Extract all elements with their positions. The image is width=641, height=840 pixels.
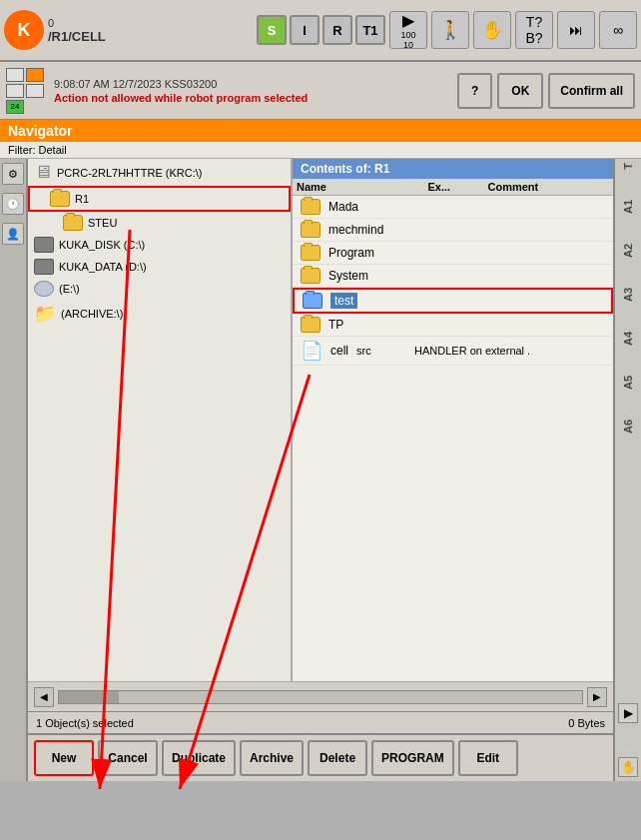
mode-t1-button[interactable]: T1: [355, 15, 385, 45]
contents-item-test[interactable]: test: [293, 288, 613, 314]
contents-label-mada: Mada: [328, 200, 358, 214]
right-sidebar-a5[interactable]: A5: [622, 376, 634, 390]
contents-label-cell: cell: [330, 344, 348, 358]
tree-label-e: (E:\): [59, 283, 80, 295]
folder-icon-steu: [63, 215, 83, 231]
contents-item-program[interactable]: Program: [293, 242, 613, 265]
mode-s-button[interactable]: S: [257, 15, 287, 45]
archive-button[interactable]: Archive: [240, 740, 304, 776]
right-sidebar-a3[interactable]: A3: [622, 288, 634, 302]
contents-item-mada[interactable]: Mada: [293, 196, 613, 219]
skip-icon-button[interactable]: ⏭: [557, 11, 595, 49]
status-text-block: 9:08:07 AM 12/7/2023 KSS03200 Action not…: [54, 78, 451, 104]
indicator-3: [6, 84, 24, 98]
indicator-2: [26, 68, 44, 82]
toolbar-path-block: 0 /R1/CELL: [48, 17, 253, 44]
tree-label-steu: STEU: [88, 217, 117, 229]
indicator-4: [26, 84, 44, 98]
right-sidebar-a2[interactable]: A2: [622, 244, 634, 258]
infinity-icon-button[interactable]: ∞: [599, 11, 637, 49]
tree-item-kuka-disk[interactable]: KUKA_DISK (C:\): [28, 234, 291, 256]
selected-count: 1 Object(s) selected: [36, 717, 134, 729]
status-bar: 24 9:08:07 AM 12/7/2023 KSS03200 Action …: [0, 62, 641, 120]
contents-item-cell[interactable]: 📄 cell src HANDLER on external .: [293, 337, 613, 366]
hand-icon-button[interactable]: ✋: [473, 11, 511, 49]
right-sidebar-a4[interactable]: A4: [622, 332, 634, 346]
col-ext-header: Ex...: [428, 181, 478, 193]
toolbar-zero: 0: [48, 17, 253, 29]
contents-header: Contents of: R1: [293, 159, 613, 179]
scroll-track[interactable]: [58, 690, 583, 704]
contents-label-test: test: [330, 293, 357, 309]
tree-label-archive: (ARCHIVE:\): [61, 308, 123, 320]
edit-button[interactable]: Edit: [458, 740, 518, 776]
duplicate-button[interactable]: Duplicate: [162, 740, 236, 776]
confirm-all-button[interactable]: Confirm all: [548, 73, 635, 109]
contents-ext-cell: src: [356, 345, 406, 357]
status-warning: Action not allowed while robot program s…: [54, 92, 451, 104]
mode-i-button[interactable]: I: [290, 15, 320, 45]
toolbar-icons: ▶ 100 10 🚶 ✋ T?B? ⏭ ∞: [389, 11, 637, 49]
new-button[interactable]: New: [34, 740, 94, 776]
tree-label-kuka-data: KUKA_DATA (D:\): [59, 261, 147, 273]
play-icon-button[interactable]: ▶ 100 10: [389, 11, 427, 49]
clock-icon-button[interactable]: 🕐: [2, 193, 24, 215]
question-button[interactable]: ?: [457, 73, 492, 109]
program-button[interactable]: PROGRAM: [371, 740, 454, 776]
cd-icon-e: [34, 281, 54, 297]
tree-item-kuka-data[interactable]: KUKA_DATA (D:\): [28, 256, 291, 278]
contents-comment-cell: HANDLER on external .: [414, 345, 530, 357]
contents-columns: Name Ex... Comment: [293, 179, 613, 196]
indicator-1: [6, 68, 24, 82]
top-toolbar: K 0 /R1/CELL S I R T1 ▶ 100 10 🚶 ✋: [0, 0, 641, 62]
tree-item-pcrc[interactable]: 🖥 PCRC-2RL7HHTTRE (KRC:\): [28, 159, 291, 186]
right-sidebar-a1[interactable]: A1: [622, 200, 634, 214]
scroll-left-arrow[interactable]: ◀: [34, 687, 54, 707]
bottom-status: 1 Object(s) selected 0 Bytes: [28, 711, 613, 733]
status-buttons: ? OK Confirm all: [457, 73, 635, 109]
file-tree: 🖥 PCRC-2RL7HHTTRE (KRC:\) R1 STEU: [28, 159, 293, 681]
right-bottom-icon[interactable]: ✋: [618, 757, 638, 777]
user-icon-button[interactable]: 👤: [2, 223, 24, 245]
contents-label-tp: TP: [328, 318, 343, 332]
scroll-right-arrow[interactable]: ▶: [587, 687, 607, 707]
contents-item-tp[interactable]: TP: [293, 314, 613, 337]
status-indicators: 24: [6, 68, 44, 114]
contents-label-system: System: [328, 269, 368, 283]
contents-label-program: Program: [328, 246, 374, 260]
tree-item-steu[interactable]: STEU: [28, 212, 291, 234]
col-comment-header: Comment: [488, 181, 610, 193]
right-sidebar-t[interactable]: T: [622, 163, 634, 170]
folder-icon-mechmind: [301, 222, 320, 238]
contents-item-mechmind[interactable]: mechmind: [293, 219, 613, 242]
right-arrow-button[interactable]: ▶: [618, 703, 638, 723]
mode-buttons: S I R T1: [257, 15, 385, 45]
tree-item-e[interactable]: (E:\): [28, 278, 291, 300]
content-area: 🖥 PCRC-2RL7HHTTRE (KRC:\) R1 STEU: [28, 159, 613, 781]
main-wrapper: ⚙ 🕐 👤 🖥 PCRC-2RL7HHTTRE (KRC:\) R1: [0, 159, 641, 781]
contents-of-label: Contents of: R1: [301, 162, 389, 176]
navigator-header: Navigator: [0, 120, 641, 142]
folder-icon-test: [303, 293, 322, 309]
ok-button[interactable]: OK: [497, 73, 543, 109]
disk-icon-d: [34, 259, 54, 275]
tree-item-r1[interactable]: R1: [28, 186, 291, 212]
folder-icon-mada: [301, 199, 320, 215]
folder-icon-system: [301, 268, 320, 284]
walk-icon-button[interactable]: 🚶: [431, 11, 469, 49]
folder-icon-tp: [301, 317, 320, 333]
delete-button[interactable]: Delete: [308, 740, 367, 776]
tree-item-archive[interactable]: 📁 (ARCHIVE:\): [28, 300, 291, 328]
folder-icon-r1: [50, 191, 70, 207]
contents-item-system[interactable]: System: [293, 265, 613, 288]
gear-icon-button[interactable]: ⚙: [2, 163, 24, 185]
question-icon-button[interactable]: T?B?: [515, 11, 553, 49]
mode-r-button[interactable]: R: [322, 15, 352, 45]
indicator-5: 24: [6, 100, 24, 114]
right-sidebar-a6[interactable]: A6: [622, 420, 634, 433]
cancel-button[interactable]: Cancel: [98, 740, 158, 776]
byte-count: 0 Bytes: [568, 717, 605, 729]
scroll-area: ◀ ▶: [28, 681, 613, 711]
navigator-filter: Filter: Detail: [0, 142, 641, 159]
col-name-header: Name: [297, 181, 418, 193]
